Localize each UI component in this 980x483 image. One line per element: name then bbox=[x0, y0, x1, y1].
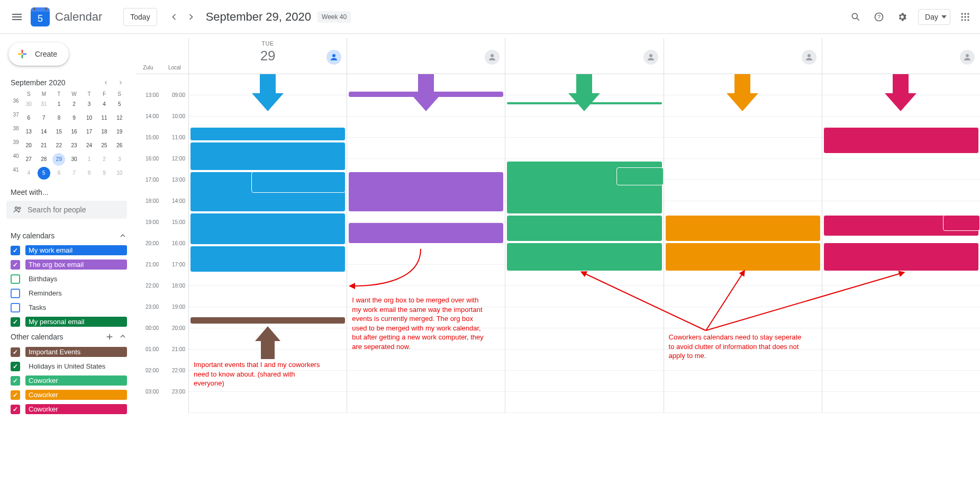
calendar-item[interactable]: Reminders bbox=[6, 287, 131, 299]
calendar-item[interactable]: My personal email bbox=[6, 316, 131, 328]
mini-day[interactable]: 9 bbox=[68, 112, 80, 124]
mini-day[interactable]: 13 bbox=[22, 126, 35, 138]
day-column[interactable] bbox=[188, 74, 347, 413]
mini-day[interactable]: 4 bbox=[22, 167, 35, 180]
today-button[interactable]: Today bbox=[123, 8, 157, 26]
settings-icon[interactable] bbox=[892, 6, 913, 28]
calendar-checkbox[interactable] bbox=[11, 405, 20, 414]
calendar-checkbox[interactable] bbox=[11, 260, 20, 270]
event-block[interactable] bbox=[616, 167, 663, 185]
mini-day[interactable]: 2 bbox=[68, 98, 80, 111]
mini-day[interactable]: 6 bbox=[52, 167, 65, 180]
mini-day[interactable]: 22 bbox=[52, 139, 65, 152]
my-calendars-header[interactable]: My calendars bbox=[6, 227, 131, 244]
calendar-item[interactable]: My work email bbox=[6, 244, 131, 256]
day-column[interactable] bbox=[505, 74, 663, 413]
calendar-checkbox[interactable] bbox=[11, 347, 20, 357]
mini-day[interactable]: 16 bbox=[68, 126, 80, 138]
mini-day[interactable]: 26 bbox=[113, 139, 126, 152]
event-block[interactable] bbox=[823, 127, 979, 154]
create-button[interactable]: Create bbox=[8, 42, 69, 66]
event-block[interactable] bbox=[251, 172, 346, 193]
search-icon[interactable] bbox=[845, 6, 866, 28]
event-block[interactable] bbox=[506, 243, 662, 271]
event-block[interactable] bbox=[348, 172, 504, 212]
mini-day[interactable]: 1 bbox=[83, 153, 96, 166]
mini-day[interactable]: 5 bbox=[38, 167, 50, 180]
event-block[interactable] bbox=[665, 243, 821, 271]
event-block[interactable] bbox=[823, 243, 979, 271]
mini-day[interactable]: 4 bbox=[98, 98, 111, 111]
calendar-item[interactable]: Important Events bbox=[6, 346, 131, 358]
mini-day[interactable]: 12 bbox=[113, 112, 126, 124]
event-block[interactable] bbox=[348, 91, 504, 97]
event-block[interactable] bbox=[943, 215, 980, 231]
event-block[interactable] bbox=[190, 127, 346, 141]
mini-day[interactable]: 10 bbox=[113, 167, 126, 180]
mini-day[interactable]: 7 bbox=[38, 112, 50, 124]
mini-day[interactable]: 21 bbox=[38, 139, 50, 152]
mini-day[interactable]: 2 bbox=[98, 153, 111, 166]
mini-day[interactable]: 1 bbox=[52, 98, 65, 111]
view-select[interactable]: Day bbox=[918, 9, 950, 25]
calendar-item[interactable]: Holidays in United States bbox=[6, 360, 131, 372]
calendar-item[interactable]: Birthdays bbox=[6, 273, 131, 285]
calendar-item[interactable]: Coworker bbox=[6, 403, 131, 415]
mini-day[interactable]: 8 bbox=[83, 167, 96, 180]
mini-day[interactable]: 11 bbox=[98, 112, 111, 124]
next-day-button[interactable] bbox=[183, 8, 199, 25]
mini-day[interactable]: 23 bbox=[68, 139, 80, 152]
calendar-checkbox[interactable] bbox=[11, 317, 20, 327]
calendar-item[interactable]: Coworker bbox=[6, 374, 131, 387]
avatar[interactable] bbox=[802, 50, 816, 65]
mini-day[interactable]: 24 bbox=[83, 139, 96, 152]
event-block[interactable] bbox=[190, 213, 346, 245]
day-column[interactable] bbox=[347, 74, 505, 413]
mini-day[interactable]: 3 bbox=[113, 153, 126, 166]
mini-day[interactable]: 30 bbox=[68, 153, 80, 166]
mini-day[interactable]: 10 bbox=[83, 112, 96, 124]
calendar-checkbox[interactable] bbox=[11, 289, 20, 298]
avatar[interactable] bbox=[960, 50, 975, 65]
mini-day[interactable]: 3 bbox=[83, 98, 96, 111]
calendar-item[interactable]: The org box email bbox=[6, 258, 131, 271]
mini-day[interactable]: 15 bbox=[52, 126, 65, 138]
event-block[interactable] bbox=[506, 215, 662, 241]
mini-prev-button[interactable] bbox=[99, 76, 112, 89]
calendar-checkbox[interactable] bbox=[11, 274, 20, 284]
mini-day[interactable]: 19 bbox=[113, 126, 126, 138]
calendar-item[interactable]: Tasks bbox=[6, 301, 131, 314]
event-block[interactable] bbox=[348, 222, 504, 244]
apps-icon[interactable] bbox=[955, 6, 976, 28]
calendar-checkbox[interactable] bbox=[11, 362, 20, 371]
mini-day[interactable]: 6 bbox=[22, 112, 35, 124]
other-calendars-header[interactable]: Other calendars bbox=[6, 328, 131, 346]
mini-day[interactable]: 29 bbox=[52, 153, 65, 166]
mini-day[interactable]: 17 bbox=[83, 126, 96, 138]
event-block[interactable] bbox=[190, 142, 346, 171]
event-block[interactable] bbox=[506, 102, 662, 105]
calendar-checkbox[interactable] bbox=[11, 303, 20, 312]
avatar[interactable] bbox=[643, 50, 658, 65]
mini-day[interactable]: 25 bbox=[98, 139, 111, 152]
mini-day[interactable]: 8 bbox=[52, 112, 65, 124]
prev-day-button[interactable] bbox=[166, 8, 183, 25]
mini-day[interactable]: 14 bbox=[38, 126, 50, 138]
avatar[interactable] bbox=[326, 50, 341, 65]
mini-day[interactable]: 9 bbox=[98, 167, 111, 180]
avatar[interactable] bbox=[485, 50, 500, 65]
calendar-item[interactable]: Coworker bbox=[6, 389, 131, 401]
search-people-input[interactable] bbox=[6, 201, 127, 219]
menu-button[interactable] bbox=[4, 4, 30, 30]
event-block[interactable] bbox=[190, 317, 346, 324]
mini-day[interactable]: 28 bbox=[38, 153, 50, 166]
mini-next-button[interactable] bbox=[114, 76, 127, 89]
help-icon[interactable]: ? bbox=[868, 6, 890, 28]
mini-day[interactable]: 20 bbox=[22, 139, 35, 152]
mini-day[interactable]: 30 bbox=[22, 98, 35, 111]
mini-day[interactable]: 27 bbox=[22, 153, 35, 166]
calendar-checkbox[interactable] bbox=[11, 390, 20, 400]
day-column[interactable] bbox=[664, 74, 822, 413]
event-block[interactable] bbox=[190, 246, 346, 272]
mini-day[interactable]: 5 bbox=[113, 98, 126, 111]
